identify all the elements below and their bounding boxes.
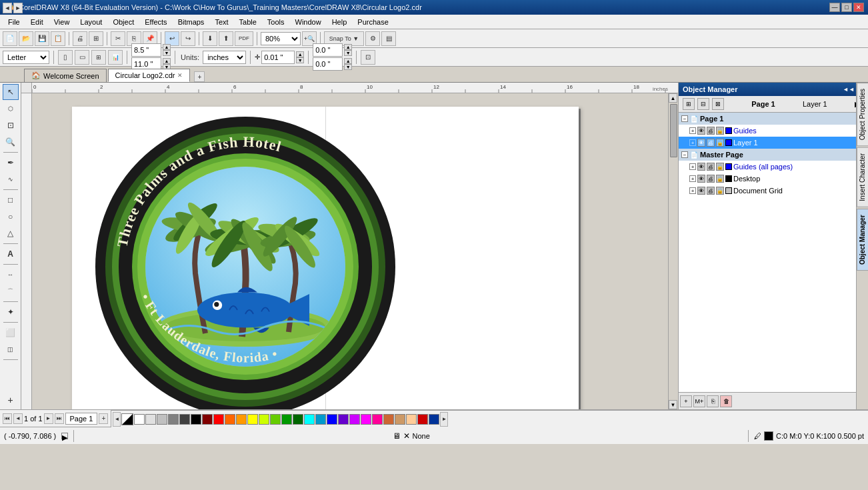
bleed-button[interactable]: 📊 [108, 50, 123, 65]
nudge-spinner[interactable]: ▲▼ [296, 51, 304, 63]
menu-item-edit[interactable]: Edit [25, 17, 49, 27]
swatch-purple[interactable] [338, 414, 349, 425]
obj-manager-tab[interactable]: Object Manager [857, 209, 869, 271]
first-page-button[interactable]: ⏮ [3, 413, 12, 424]
menu-item-help[interactable]: Help [327, 17, 353, 27]
tab-welcome[interactable]: 🏠 Welcome Screen [24, 69, 107, 82]
canvas-viewport[interactable]: Three Palms and a Fish Hotel • Ft Lauder… [32, 93, 668, 409]
redo-button[interactable]: ↪ [181, 31, 195, 46]
swatch-white[interactable] [134, 414, 145, 425]
open-button[interactable]: 📂 [19, 31, 33, 46]
tab-nav-right[interactable]: ► [13, 3, 23, 13]
guidesall-lock[interactable]: 🔒 [716, 163, 724, 171]
swatch-orange[interactable] [225, 414, 235, 425]
last-page-button[interactable]: ⏭ [55, 413, 64, 424]
swatch-red[interactable] [213, 414, 224, 425]
swatch-mgray[interactable] [157, 414, 167, 425]
paper-size-dropdown[interactable]: Letter [3, 51, 49, 64]
width-spinner[interactable]: ▲▼ [163, 44, 171, 56]
close-button[interactable]: ✕ [853, 3, 864, 12]
expand-layer1[interactable]: + [689, 139, 696, 146]
options-button[interactable]: ⚙ [365, 31, 380, 46]
menu-item-tools[interactable]: Tools [262, 17, 290, 27]
menu-item-layout[interactable]: Layout [75, 17, 107, 27]
expand-masterpage[interactable]: − [681, 151, 688, 158]
add-page-bottom[interactable]: + [99, 413, 108, 424]
shape-tool[interactable]: ⬡ [3, 101, 19, 117]
new-layer-btn[interactable]: + [680, 395, 692, 407]
add-page-button[interactable]: + [3, 392, 19, 408]
next-page-button[interactable]: ► [44, 413, 53, 424]
y-input[interactable] [313, 57, 343, 71]
menu-item-purchase[interactable]: Purchase [352, 17, 393, 27]
expand-guidesall[interactable]: + [689, 163, 696, 170]
tree-desktop[interactable]: + 👁 🖨 🔒 Desktop [679, 173, 868, 185]
no-color-swatch[interactable] [121, 413, 133, 425]
swatch-gray[interactable] [168, 414, 179, 425]
crop-tool[interactable]: ⊡ [3, 117, 19, 133]
menu-item-file[interactable]: File [3, 17, 25, 27]
scroll-up-button[interactable]: ▲ [669, 93, 677, 103]
print-button[interactable]: 🖨 [73, 31, 87, 46]
dimension-tool[interactable]: ↔ [3, 267, 19, 283]
docgrid-print[interactable]: 🖨 [707, 187, 715, 195]
guides-lock[interactable]: 🖨 [707, 127, 715, 135]
obj-mgr-btn3[interactable]: ⊠ [712, 98, 724, 110]
tab-close-icon[interactable]: ✕ [177, 72, 183, 79]
swatch-blue[interactable] [327, 414, 337, 425]
tree-guides[interactable]: + 👁 🖨 🔒 Guides [679, 125, 868, 137]
swatch-magenta[interactable] [361, 414, 371, 425]
expand-docgrid[interactable]: + [689, 187, 696, 194]
vertical-scrollbar[interactable]: ▲ ▼ [668, 93, 678, 409]
tree-layer1[interactable]: + 👁 🖨 🔒 Layer 1 [679, 137, 868, 149]
import-button[interactable]: ⬇ [203, 31, 217, 46]
text-tool[interactable]: A [3, 246, 19, 262]
swatch-skin[interactable] [406, 414, 417, 425]
swatch-lyellow[interactable] [259, 414, 269, 425]
minimize-button[interactable]: — [829, 3, 840, 12]
obj-mgr-btn1[interactable]: ⊞ [683, 98, 695, 110]
guidesall-print[interactable]: 🖨 [707, 163, 715, 171]
expand-guides[interactable]: + [689, 127, 696, 134]
landscape-button[interactable]: ▭ [75, 50, 89, 65]
panel-arrow-left[interactable]: ◄◄ [844, 85, 853, 94]
rect-tool[interactable]: □ [3, 192, 19, 208]
status-expand-btn[interactable]: ▶ [61, 433, 68, 439]
page-tab[interactable]: Page 1 [65, 413, 98, 425]
palette-scroll-right[interactable]: ► [440, 412, 448, 427]
menu-item-effects[interactable]: Effects [139, 17, 172, 27]
page-options-button[interactable]: ⊞ [91, 50, 106, 65]
desktop-lock[interactable]: 🔒 [716, 175, 724, 183]
swatch-lgreen[interactable] [270, 414, 281, 425]
guides-visibility[interactable]: 👁 [697, 127, 705, 135]
freehand-tool[interactable]: ✒ [3, 155, 19, 171]
swatch-dgray[interactable] [179, 414, 190, 425]
new-button[interactable]: 📄 [3, 31, 17, 46]
view-button[interactable]: ▤ [381, 31, 396, 46]
tree-docgrid[interactable]: + 👁 🖨 🔒 Document Grid [679, 185, 868, 197]
docgrid-lock[interactable]: 🔒 [716, 187, 724, 195]
swatch-dgreen[interactable] [293, 414, 303, 425]
new-masterlayer-btn[interactable]: M+ [693, 395, 705, 407]
swatch-violet[interactable] [349, 414, 360, 425]
swatch-dred[interactable] [202, 414, 213, 425]
guides-print[interactable]: 🔒 [716, 127, 724, 135]
maximize-button[interactable]: □ [841, 3, 852, 12]
palette-scroll-left[interactable]: ◄ [113, 412, 121, 427]
swatch-orange2[interactable] [236, 414, 247, 425]
guidesall-visibility[interactable]: 👁 [697, 163, 705, 171]
tree-masterpage[interactable]: − 📄 Master Page [679, 149, 868, 161]
y-spinner[interactable]: ▲▼ [344, 58, 352, 70]
swatch-green[interactable] [281, 414, 292, 425]
swatch-dblue[interactable] [429, 414, 439, 425]
nudge-input[interactable] [261, 51, 295, 64]
smart-draw-tool[interactable]: ∿ [3, 171, 19, 187]
eyedrop-tool[interactable]: ✦ [3, 304, 19, 320]
layer1-lock[interactable]: 🔒 [716, 139, 724, 147]
scroll-thumb-v[interactable] [670, 104, 677, 157]
layer1-visibility[interactable]: 👁 [697, 139, 705, 147]
connector-tool[interactable]: ⌒ [3, 283, 19, 299]
desktop-print[interactable]: 🖨 [707, 175, 715, 183]
swatch-cyan[interactable] [304, 414, 315, 425]
duplicate-layer-btn[interactable]: ⎘ [707, 395, 719, 407]
